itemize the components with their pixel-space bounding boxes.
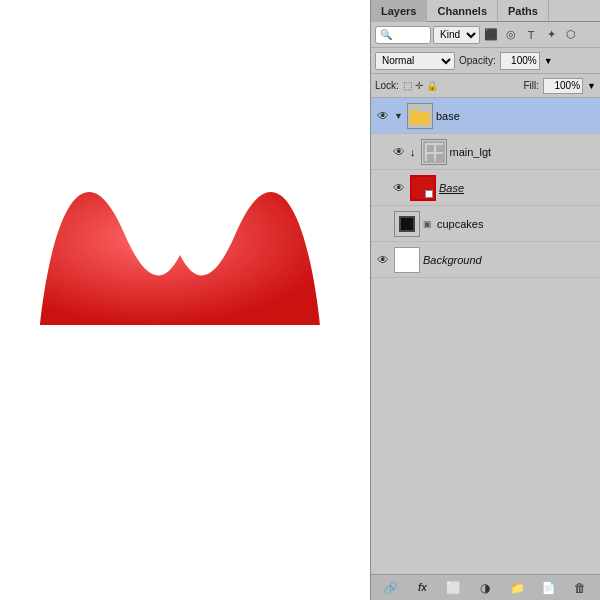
new-adjustment-icon[interactable]: ◑ [475, 578, 495, 598]
layer-thumb-main-lgt [421, 139, 447, 165]
lock-icons: ⬚ ✛ 🔒 [403, 80, 438, 91]
mask-icon[interactable]: ⬜ [444, 578, 464, 598]
svg-rect-6 [436, 154, 443, 161]
layer-name-main-lgt: main_lgt [450, 146, 597, 158]
eye-icon-base-layer[interactable]: 👁 [391, 180, 407, 196]
layer-thumb-base-layer [410, 175, 436, 201]
layer-name-base-layer: Base [439, 182, 596, 194]
tab-bar: Layers Channels Paths [371, 0, 600, 22]
opacity-input[interactable] [500, 52, 540, 70]
fx-icon[interactable]: fx [412, 578, 432, 598]
search-icon: 🔍 [380, 29, 392, 40]
type-filter-icon[interactable]: T [522, 26, 540, 44]
fill-dropdown-icon[interactable]: ▼ [587, 81, 596, 91]
toolbar1: 🔍 Kind ⬛ ◎ T ✦ ⬡ [371, 22, 600, 48]
svg-rect-1 [410, 110, 419, 115]
fill-label: Fill: [524, 80, 540, 91]
layer-row-base-layer[interactable]: 👁 Base [371, 170, 600, 206]
opacity-label: Opacity: [459, 55, 496, 66]
eye-hidden-cupcakes[interactable] [375, 216, 391, 232]
layer-row-main-lgt[interactable]: 👁 ↓ main_lgt [371, 134, 600, 170]
tab-channels[interactable]: Channels [427, 0, 498, 21]
eye-icon-background[interactable]: 👁 [375, 252, 391, 268]
image-filter-icon[interactable]: ⬛ [482, 26, 500, 44]
svg-rect-5 [427, 154, 434, 161]
bottom-toolbar: 🔗 fx ⬜ ◑ 📁 📄 🗑 [371, 574, 600, 600]
svg-rect-3 [427, 145, 434, 152]
toolbar2: Normal Opacity: ▼ [371, 48, 600, 74]
link-icon[interactable]: 🔗 [381, 578, 401, 598]
layer-row-background[interactable]: 👁 Background [371, 242, 600, 278]
layer-name-base-group: base [436, 110, 596, 122]
layers-list: 👁 ▼ base 👁 ↓ [371, 98, 600, 574]
layer-row-base-group[interactable]: 👁 ▼ base [371, 98, 600, 134]
canvas-area [0, 0, 370, 600]
layer-thumb-cupcakes [394, 211, 420, 237]
smart-filter-icon[interactable]: ⬡ [562, 26, 580, 44]
delete-icon[interactable]: 🗑 [570, 578, 590, 598]
new-group-icon[interactable]: 📁 [507, 578, 527, 598]
layer-thumb-base-group [407, 103, 433, 129]
layer-name-cupcakes: cupcakes [437, 218, 596, 230]
fill-input[interactable] [543, 78, 583, 94]
lock-pixels-icon[interactable]: ⬚ [403, 80, 412, 91]
eye-icon-main-lgt[interactable]: 👁 [391, 144, 407, 160]
layer-thumb-background [394, 247, 420, 273]
opacity-dropdown-icon[interactable]: ▼ [544, 56, 553, 66]
lock-all-icon[interactable]: 🔒 [426, 80, 438, 91]
search-wrap: 🔍 [375, 26, 431, 44]
svg-rect-4 [436, 145, 443, 152]
shape-filter-icon[interactable]: ✦ [542, 26, 560, 44]
layer-row-cupcakes[interactable]: ▣ cupcakes [371, 206, 600, 242]
expand-arrow-base[interactable]: ▼ [394, 111, 403, 121]
tab-layers[interactable]: Layers [371, 0, 427, 22]
layer-name-background: Background [423, 254, 596, 266]
kind-select[interactable]: Kind [433, 26, 480, 44]
lock-move-icon[interactable]: ✛ [415, 80, 423, 91]
lock-label: Lock: [375, 80, 399, 91]
smart-indicator: ↓ [410, 146, 416, 158]
canvas-shape [30, 155, 330, 355]
new-layer-icon[interactable]: 📄 [539, 578, 559, 598]
panels-area: Layers Channels Paths 🔍 Kind ⬛ ◎ T ✦ ⬡ N… [370, 0, 600, 600]
tab-paths[interactable]: Paths [498, 0, 549, 21]
adjustment-filter-icon[interactable]: ◎ [502, 26, 520, 44]
toolbar3: Lock: ⬚ ✛ 🔒 Fill: ▼ [371, 74, 600, 98]
blend-mode-select[interactable]: Normal [375, 52, 455, 70]
smart-badge-cupcakes: ▣ [423, 219, 432, 229]
eye-icon-base-group[interactable]: 👁 [375, 108, 391, 124]
